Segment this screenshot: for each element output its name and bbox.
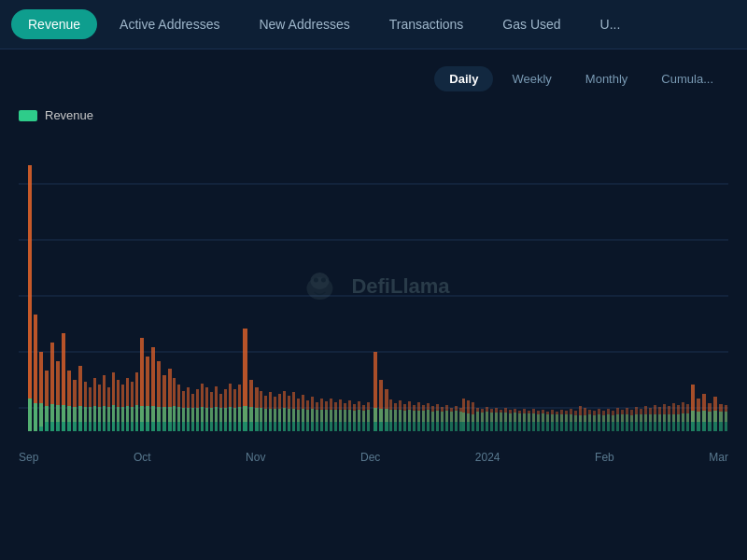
svg-rect-154 — [325, 410, 328, 431]
svg-rect-192 — [431, 412, 434, 431]
svg-rect-34 — [162, 407, 166, 431]
svg-rect-126 — [260, 408, 262, 431]
svg-rect-248 — [574, 415, 577, 431]
svg-rect-62 — [697, 412, 700, 431]
svg-rect-20 — [67, 406, 71, 431]
svg-rect-78 — [98, 407, 101, 431]
svg-rect-294 — [725, 412, 727, 431]
svg-rect-100 — [182, 408, 185, 431]
time-tab-monthly[interactable]: Monthly — [571, 66, 643, 91]
svg-rect-72 — [84, 407, 87, 431]
time-tab-daily[interactable]: Daily — [434, 66, 493, 91]
svg-rect-196 — [441, 412, 444, 431]
nav-tab-revenue[interactable]: Revenue — [11, 9, 97, 39]
svg-rect-60 — [691, 411, 695, 431]
svg-rect-170 — [362, 411, 365, 431]
svg-rect-166 — [353, 411, 356, 431]
x-axis-label: Mar — [709, 451, 728, 464]
svg-rect-86 — [117, 407, 120, 431]
svg-rect-84 — [112, 405, 115, 431]
svg-rect-48 — [385, 409, 388, 431]
svg-rect-146 — [306, 410, 309, 431]
svg-rect-28 — [146, 406, 149, 431]
svg-rect-14 — [50, 404, 54, 431]
nav-tab-new-addresses[interactable]: New Addresses — [242, 9, 366, 39]
svg-rect-198 — [445, 411, 448, 431]
nav-tab-active-addresses[interactable]: Active Addresses — [103, 9, 236, 39]
x-axis-label: Nov — [246, 451, 265, 464]
svg-rect-152 — [320, 410, 323, 431]
bar-chart — [19, 128, 728, 445]
svg-rect-144 — [302, 409, 304, 431]
svg-rect-244 — [565, 414, 568, 431]
svg-rect-12 — [45, 406, 49, 431]
svg-rect-160 — [339, 410, 342, 431]
svg-rect-134 — [278, 409, 281, 431]
svg-rect-22 — [73, 407, 77, 431]
svg-rect-280 — [658, 414, 661, 431]
svg-rect-270 — [635, 414, 638, 431]
svg-rect-98 — [177, 407, 180, 431]
svg-rect-96 — [173, 406, 176, 431]
svg-rect-222 — [514, 413, 516, 431]
svg-rect-256 — [602, 415, 605, 431]
svg-rect-236 — [546, 414, 549, 431]
svg-rect-10 — [39, 403, 43, 431]
svg-rect-232 — [537, 414, 540, 431]
svg-rect-142 — [297, 410, 300, 431]
svg-rect-128 — [264, 409, 267, 431]
svg-rect-102 — [187, 408, 190, 431]
svg-rect-24 — [78, 406, 82, 431]
svg-rect-240 — [556, 414, 558, 431]
svg-rect-158 — [334, 410, 337, 431]
svg-rect-200 — [450, 412, 453, 431]
svg-rect-286 — [672, 414, 675, 431]
svg-rect-226 — [523, 413, 526, 431]
svg-rect-188 — [422, 411, 425, 431]
svg-rect-194 — [436, 411, 439, 431]
svg-rect-58 — [584, 415, 586, 431]
svg-rect-202 — [455, 411, 458, 431]
svg-rect-210 — [486, 412, 488, 431]
svg-rect-234 — [542, 413, 544, 431]
svg-rect-92 — [131, 407, 134, 431]
nav-tab-transactions[interactable]: Transactions — [373, 9, 481, 39]
svg-rect-138 — [288, 409, 290, 431]
svg-rect-132 — [274, 409, 276, 431]
svg-rect-180 — [403, 411, 406, 431]
time-tab-cumula...[interactable]: Cumula... — [646, 66, 728, 91]
svg-rect-228 — [528, 413, 530, 431]
time-tab-weekly[interactable]: Weekly — [497, 66, 566, 91]
svg-rect-220 — [509, 413, 512, 431]
svg-rect-54 — [472, 414, 474, 431]
svg-rect-274 — [644, 414, 647, 431]
nav-tab-gas-used[interactable]: Gas Used — [486, 9, 577, 39]
svg-rect-250 — [588, 414, 591, 431]
svg-rect-120 — [229, 407, 232, 431]
svg-rect-258 — [607, 414, 610, 431]
chart-area: DefiLlama — [19, 128, 728, 445]
svg-rect-278 — [654, 414, 656, 431]
svg-rect-122 — [233, 408, 236, 431]
nav-tab-u...[interactable]: U... — [584, 9, 638, 39]
svg-rect-206 — [476, 412, 479, 431]
svg-rect-66 — [708, 412, 712, 431]
svg-rect-104 — [191, 408, 194, 431]
svg-rect-116 — [219, 408, 222, 431]
svg-rect-36 — [168, 407, 172, 431]
svg-rect-208 — [481, 413, 484, 431]
x-axis-label: Feb — [595, 451, 614, 464]
svg-rect-282 — [663, 414, 666, 431]
svg-rect-18 — [62, 405, 65, 431]
svg-rect-130 — [269, 409, 272, 431]
svg-rect-108 — [201, 407, 204, 431]
svg-rect-164 — [348, 410, 351, 431]
svg-rect-186 — [417, 411, 420, 431]
svg-rect-216 — [500, 413, 502, 431]
svg-rect-264 — [621, 414, 624, 431]
svg-rect-110 — [205, 408, 208, 431]
svg-rect-184 — [413, 411, 416, 431]
chart-controls: DailyWeeklyMonthlyCumula... — [0, 49, 747, 101]
svg-rect-16 — [56, 405, 60, 431]
svg-rect-56 — [579, 415, 582, 431]
